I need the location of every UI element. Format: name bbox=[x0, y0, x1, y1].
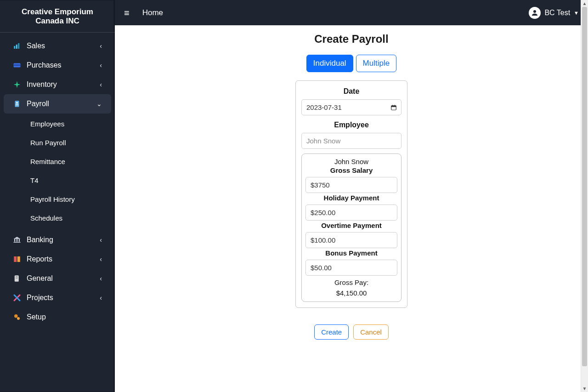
sidebar-item-label: General bbox=[27, 274, 53, 283]
sidebar-sub-payroll-history[interactable]: Payroll History bbox=[4, 190, 111, 209]
holiday-payment-label: Holiday Payment bbox=[305, 194, 397, 202]
chevron-left-icon: ‹ bbox=[100, 256, 102, 263]
create-button[interactable]: Create bbox=[314, 324, 349, 340]
payroll-submenu: Employees Run Payroll Remittance T4 Payr… bbox=[0, 114, 115, 230]
user-name: BC Test bbox=[544, 9, 570, 17]
main-area: ≡ Home BC Test ▼ Create Payroll Individu… bbox=[115, 0, 588, 392]
svg-rect-14 bbox=[14, 256, 17, 262]
sidebar-item-label: Purchases bbox=[27, 61, 62, 69]
bonus-payment-label: Bonus Payment bbox=[305, 249, 397, 257]
svg-point-23 bbox=[533, 10, 536, 13]
svg-point-7 bbox=[16, 102, 18, 104]
svg-rect-11 bbox=[17, 239, 17, 242]
sidebar: Creative Emporium Canada INC Sales ‹ Pur… bbox=[0, 0, 115, 392]
banking-icon bbox=[13, 236, 21, 244]
sidebar-item-sales[interactable]: Sales ‹ bbox=[4, 36, 111, 56]
svg-rect-8 bbox=[16, 105, 18, 106]
chevron-left-icon: ‹ bbox=[100, 294, 102, 301]
employee-pay-card: John Snow Gross Salary Holiday Payment O… bbox=[301, 153, 401, 302]
svg-rect-12 bbox=[19, 239, 20, 242]
company-name: Creative Emporium Canada INC bbox=[0, 0, 115, 33]
sidebar-item-label: Banking bbox=[27, 236, 53, 244]
menu-toggle-icon[interactable]: ≡ bbox=[124, 8, 130, 17]
sidebar-item-label: Setup bbox=[27, 313, 46, 321]
svg-rect-1 bbox=[16, 45, 17, 49]
scroll-up-icon[interactable]: ▲ bbox=[582, 0, 587, 7]
sidebar-item-purchases[interactable]: Purchases ‹ bbox=[4, 56, 111, 75]
form-actions: Create Cancel bbox=[124, 324, 579, 340]
svg-rect-6 bbox=[15, 101, 19, 107]
chevron-left-icon: ‹ bbox=[100, 81, 102, 88]
chevron-left-icon: ‹ bbox=[100, 62, 102, 69]
svg-rect-18 bbox=[16, 278, 18, 279]
sales-icon bbox=[13, 42, 21, 50]
sidebar-item-setup[interactable]: Setup bbox=[4, 307, 111, 327]
sidebar-item-inventory[interactable]: Inventory ‹ bbox=[4, 75, 111, 94]
projects-icon bbox=[13, 294, 21, 302]
svg-rect-2 bbox=[18, 43, 19, 49]
svg-rect-0 bbox=[14, 46, 15, 49]
scrollbar[interactable]: ▲ ▼ bbox=[581, 0, 588, 392]
sidebar-sub-remittance[interactable]: Remittance bbox=[4, 152, 111, 171]
tab-individual[interactable]: Individual bbox=[306, 55, 353, 72]
reports-icon bbox=[13, 255, 21, 263]
chevron-down-icon: ⌄ bbox=[96, 100, 102, 108]
svg-rect-15 bbox=[17, 256, 20, 262]
svg-rect-4 bbox=[14, 65, 21, 66]
topbar: ≡ Home BC Test ▼ bbox=[115, 0, 588, 25]
payroll-icon bbox=[13, 100, 21, 108]
sidebar-sub-schedules[interactable]: Schedules bbox=[4, 209, 111, 227]
sidebar-sub-employees[interactable]: Employees bbox=[4, 114, 111, 133]
sidebar-item-payroll[interactable]: Payroll ⌄ bbox=[4, 94, 111, 114]
inventory-icon bbox=[13, 80, 21, 89]
svg-point-21 bbox=[14, 314, 18, 318]
gross-salary-label: Gross Salary bbox=[305, 166, 397, 174]
sidebar-item-general[interactable]: General ‹ bbox=[4, 269, 111, 288]
svg-rect-13 bbox=[14, 242, 21, 243]
page-title: Create Payroll bbox=[124, 33, 579, 45]
chevron-left-icon: ‹ bbox=[100, 275, 102, 282]
sidebar-item-label: Projects bbox=[27, 294, 53, 302]
date-label: Date bbox=[301, 87, 401, 96]
payroll-mode-tabs: Individual Multiple bbox=[124, 55, 579, 72]
tab-multiple[interactable]: Multiple bbox=[356, 55, 397, 72]
avatar-icon bbox=[529, 7, 541, 19]
sidebar-item-label: Payroll bbox=[27, 100, 49, 108]
chevron-left-icon: ‹ bbox=[100, 42, 102, 50]
sidebar-sub-t4[interactable]: T4 bbox=[4, 171, 111, 190]
gross-salary-input[interactable] bbox=[305, 177, 397, 193]
content: Create Payroll Individual Multiple Date … bbox=[115, 25, 588, 392]
scroll-down-icon[interactable]: ▼ bbox=[582, 385, 587, 392]
employee-label: Employee bbox=[301, 121, 401, 129]
chevron-left-icon: ‹ bbox=[100, 236, 102, 244]
date-input[interactable] bbox=[301, 99, 401, 115]
purchases-icon bbox=[13, 61, 21, 69]
cancel-button[interactable]: Cancel bbox=[353, 324, 389, 340]
svg-marker-5 bbox=[14, 81, 21, 88]
breadcrumb-home[interactable]: Home bbox=[142, 8, 163, 17]
employee-name: John Snow bbox=[305, 158, 397, 165]
sidebar-item-reports[interactable]: Reports ‹ bbox=[4, 250, 111, 269]
employee-input[interactable] bbox=[301, 133, 401, 149]
user-menu[interactable]: BC Test ▼ bbox=[529, 7, 579, 19]
sidebar-sub-run-payroll[interactable]: Run Payroll bbox=[4, 133, 111, 152]
svg-marker-9 bbox=[14, 237, 21, 239]
svg-rect-10 bbox=[14, 239, 15, 242]
overtime-payment-input[interactable] bbox=[305, 232, 397, 248]
sidebar-item-label: Reports bbox=[27, 255, 52, 263]
scroll-track[interactable] bbox=[581, 7, 588, 385]
sidebar-item-banking[interactable]: Banking ‹ bbox=[4, 230, 111, 250]
bonus-payment-input[interactable] bbox=[305, 260, 397, 276]
gross-pay-label: Gross Pay: bbox=[305, 278, 397, 286]
sidebar-nav: Sales ‹ Purchases ‹ Inventory ‹ bbox=[0, 33, 115, 330]
overtime-payment-label: Overtime Payment bbox=[305, 222, 397, 229]
sidebar-item-projects[interactable]: Projects ‹ bbox=[4, 288, 111, 307]
holiday-payment-input[interactable] bbox=[305, 205, 397, 221]
caret-down-icon: ▼ bbox=[574, 10, 579, 16]
setup-icon bbox=[13, 313, 21, 321]
gross-pay-value: $4,150.00 bbox=[305, 289, 397, 297]
scroll-thumb[interactable] bbox=[582, 7, 587, 366]
svg-point-22 bbox=[17, 317, 20, 320]
general-icon bbox=[13, 274, 21, 283]
svg-rect-17 bbox=[16, 277, 18, 278]
